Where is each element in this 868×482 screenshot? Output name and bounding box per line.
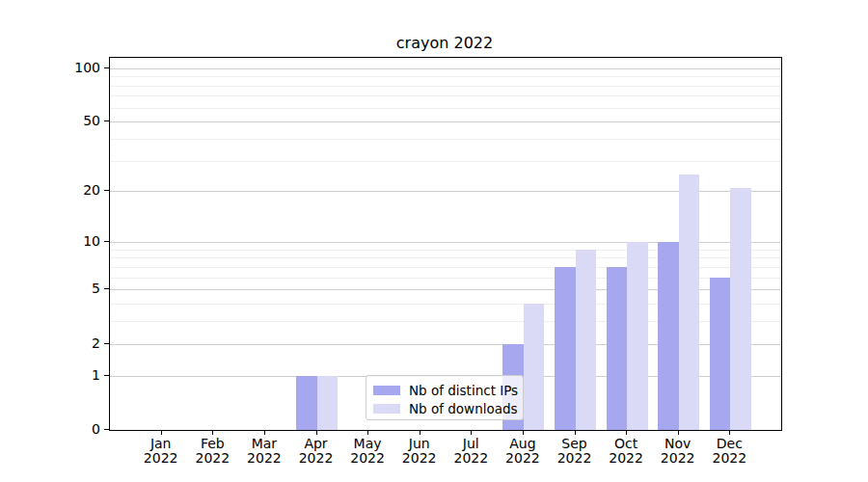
x-tick-month: Oct: [597, 437, 655, 451]
x-tick-mark: [212, 430, 213, 435]
x-tick-year: 2022: [132, 451, 190, 466]
y-tick-mark: [104, 190, 109, 191]
y-tick-label: 50: [0, 113, 100, 128]
bar-nb-of-downloads-nov: [679, 174, 700, 430]
y-tick-mark: [104, 429, 109, 430]
x-tick-year: 2022: [235, 451, 293, 466]
x-tick-label-jul: Jul2022: [442, 437, 500, 466]
x-tick-label-dec: Dec2022: [700, 437, 758, 466]
x-tick-month: May: [339, 437, 396, 451]
x-tick-year: 2022: [494, 451, 552, 466]
y-tick-label: 0: [0, 421, 100, 437]
x-tick-label-feb: Feb2022: [183, 437, 241, 466]
x-tick-label-jun: Jun2022: [391, 437, 448, 466]
y-tick-mark: [104, 343, 109, 344]
major-gridline: [110, 121, 781, 122]
x-tick-label-jan: Jan2022: [132, 437, 190, 466]
bar-nb-of-distinct-ips-nov: [658, 242, 679, 430]
x-tick-month: Mar: [235, 437, 293, 451]
y-tick-label: 1: [0, 367, 100, 383]
x-tick-month: Jan: [132, 437, 190, 451]
x-tick-year: 2022: [442, 451, 500, 466]
y-tick-label: 5: [0, 281, 100, 296]
bar-nb-of-downloads-sep: [576, 250, 597, 430]
x-tick-year: 2022: [649, 451, 707, 466]
x-tick-month: Sep: [546, 437, 604, 451]
x-tick-label-mar: Mar2022: [235, 437, 293, 466]
x-tick-month: Jul: [442, 437, 500, 451]
x-tick-label-nov: Nov2022: [649, 437, 707, 466]
bar-nb-of-downloads-oct: [627, 242, 648, 430]
x-tick-mark: [471, 430, 472, 435]
x-tick-label-sep: Sep2022: [546, 437, 604, 466]
x-tick-mark: [729, 430, 730, 435]
minor-gridline: [110, 161, 781, 162]
legend-swatch-downloads: [373, 404, 400, 414]
x-tick-month: Feb: [183, 437, 241, 451]
minor-gridline: [110, 95, 781, 96]
major-gridline: [110, 68, 781, 69]
x-tick-mark: [161, 430, 162, 435]
x-tick-label-oct: Oct2022: [597, 437, 655, 466]
x-tick-year: 2022: [597, 451, 655, 466]
x-tick-year: 2022: [339, 451, 396, 466]
minor-gridline: [110, 76, 781, 77]
chart-title: crayon 2022: [109, 34, 780, 52]
x-tick-month: Apr: [287, 437, 345, 451]
legend: Nb of distinct IPs Nb of downloads: [366, 375, 524, 420]
chart-figure: crayon 2022 0125102050100 Jan2022Feb2022…: [0, 0, 868, 482]
x-tick-label-may: May2022: [339, 437, 396, 466]
x-tick-label-apr: Apr2022: [287, 437, 345, 466]
x-tick-year: 2022: [700, 451, 758, 466]
bar-nb-of-downloads-dec: [730, 188, 751, 431]
x-tick-year: 2022: [391, 451, 448, 466]
x-tick-mark: [626, 430, 627, 435]
y-tick-mark: [104, 67, 109, 68]
y-tick-mark: [104, 120, 109, 121]
minor-gridline: [110, 86, 781, 87]
bar-nb-of-distinct-ips-sep: [555, 267, 576, 430]
legend-entry-distinct-ips: Nb of distinct IPs: [373, 381, 516, 399]
bar-nb-of-downloads-apr: [317, 376, 339, 430]
y-tick-label: 100: [0, 60, 100, 75]
bar-nb-of-distinct-ips-apr: [296, 376, 317, 430]
x-tick-month: Dec: [700, 437, 758, 451]
x-tick-mark: [678, 430, 679, 435]
legend-label-distinct-ips: Nb of distinct IPs: [409, 383, 518, 398]
y-tick-mark: [104, 241, 109, 242]
y-tick-label: 10: [0, 233, 100, 249]
x-tick-mark: [264, 430, 265, 435]
y-tick-label: 2: [0, 335, 100, 351]
x-tick-year: 2022: [287, 451, 345, 466]
minor-gridline: [110, 108, 781, 109]
x-tick-mark: [367, 430, 368, 435]
minor-gridline: [110, 139, 781, 140]
x-tick-year: 2022: [183, 451, 241, 466]
x-tick-month: Jun: [391, 437, 448, 451]
bar-nb-of-distinct-ips-dec: [710, 278, 731, 430]
x-tick-year: 2022: [546, 451, 604, 466]
bar-nb-of-distinct-ips-oct: [607, 267, 628, 430]
x-tick-month: Aug: [494, 437, 552, 451]
legend-swatch-distinct-ips: [373, 386, 400, 395]
x-tick-month: Nov: [649, 437, 707, 451]
y-tick-label: 20: [0, 182, 100, 198]
bar-nb-of-downloads-aug: [524, 304, 545, 430]
x-tick-label-aug: Aug2022: [494, 437, 552, 466]
x-tick-mark: [316, 430, 317, 435]
legend-label-downloads: Nb of downloads: [409, 401, 518, 416]
x-tick-mark: [575, 430, 576, 435]
x-tick-mark: [523, 430, 524, 435]
y-tick-mark: [104, 375, 109, 376]
x-tick-mark: [420, 430, 420, 435]
legend-entry-downloads: Nb of downloads: [373, 399, 516, 417]
y-tick-mark: [104, 288, 109, 289]
